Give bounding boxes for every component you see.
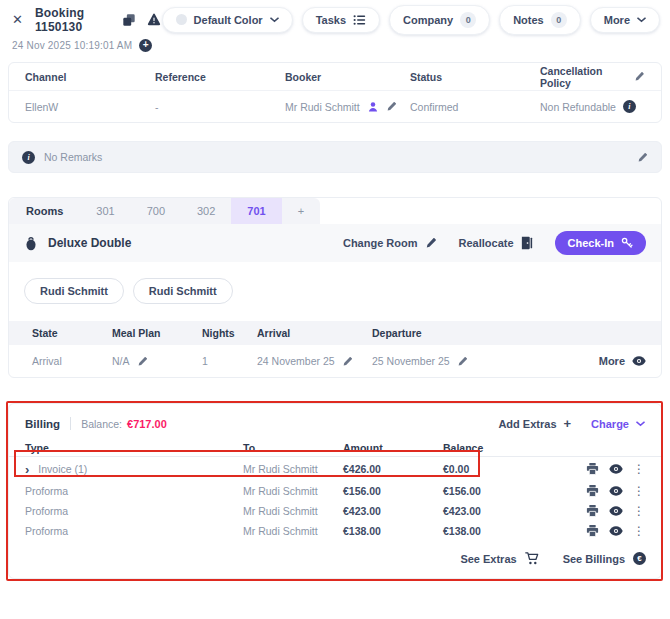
balance-value: €717.00	[127, 418, 167, 430]
reallocate-button[interactable]: Reallocate	[459, 236, 533, 250]
charge-dropdown[interactable]: Charge	[591, 418, 645, 430]
company-count-badge: 0	[460, 12, 476, 28]
col-balance: Balance	[443, 442, 645, 454]
doc-amount: €156.00	[343, 485, 443, 497]
eye-icon[interactable]	[609, 486, 623, 496]
see-billings-button[interactable]: See Billings €	[563, 552, 646, 565]
col-channel: Channel	[25, 71, 155, 83]
doc-type[interactable]: Proforma	[25, 485, 243, 497]
edit-pencil-icon[interactable]	[342, 356, 353, 367]
more-label: More	[599, 355, 625, 367]
col-status: Status	[410, 71, 540, 83]
info-icon[interactable]: i	[623, 100, 636, 113]
col-cancellation: Cancellation Policy	[540, 65, 634, 89]
billing-title: Billing	[25, 418, 60, 430]
room-tab-701-active[interactable]: 701	[231, 198, 281, 224]
booking-datetime: 24 Nov 2025 10:19:01 AM	[12, 40, 132, 51]
doc-to: Mr Rudi Schmitt	[243, 525, 343, 537]
notes-button[interactable]: Notes 0	[499, 5, 581, 35]
col-meal-plan: Meal Plan	[112, 327, 202, 339]
see-extras-button[interactable]: See Extras	[460, 552, 538, 565]
eye-icon[interactable]	[609, 506, 623, 516]
company-label: Company	[403, 14, 453, 26]
change-room-label: Change Room	[343, 237, 418, 249]
default-color-label: Default Color	[194, 14, 263, 26]
reference-value: -	[155, 101, 285, 113]
billing-row-proforma: Proforma Mr Rudi Schmitt €156.00 €156.00…	[9, 481, 661, 501]
warning-icon[interactable]	[146, 12, 162, 27]
billing-header: Billing Balance: €717.00 Add Extras + Ch…	[9, 404, 661, 440]
remarks-bar: i No Remarks	[8, 141, 662, 173]
chevron-down-icon	[270, 17, 279, 23]
more-dropdown[interactable]: More	[590, 7, 660, 33]
room-tab-301[interactable]: 301	[80, 198, 130, 224]
edit-pencil-icon[interactable]	[137, 356, 148, 367]
guest-chip[interactable]: Rudi Schmitt	[24, 278, 124, 304]
guest-profile-icon[interactable]	[367, 101, 379, 113]
guest-chip[interactable]: Rudi Schmitt	[133, 278, 233, 304]
change-room-button[interactable]: Change Room	[343, 237, 437, 249]
rooms-label: Rooms	[9, 198, 80, 224]
info-icon: i	[22, 151, 35, 164]
room-tab-700[interactable]: 700	[131, 198, 181, 224]
task-list-icon	[353, 14, 366, 26]
eye-icon	[632, 356, 646, 366]
kebab-menu-icon[interactable]: ⋮	[633, 526, 645, 536]
cart-icon	[525, 552, 539, 565]
chevron-down-icon	[637, 17, 646, 23]
doc-to: Mr Rudi Schmitt	[243, 463, 343, 475]
more-room-details-button[interactable]: More	[599, 355, 646, 367]
billing-footer: See Extras See Billings €	[9, 541, 661, 573]
col-state: State	[32, 327, 112, 339]
kebab-menu-icon[interactable]: ⋮	[633, 486, 645, 496]
edit-pencil-icon[interactable]	[634, 71, 645, 82]
eye-icon[interactable]	[609, 526, 623, 536]
check-in-button[interactable]: Check-In	[555, 231, 646, 255]
kebab-menu-icon[interactable]: ⋮	[633, 464, 645, 474]
kebab-menu-icon[interactable]: ⋮	[633, 506, 645, 516]
edit-pencil-icon[interactable]	[386, 101, 397, 112]
doc-type[interactable]: Proforma	[25, 525, 243, 537]
check-in-label: Check-In	[568, 237, 614, 249]
doc-type[interactable]: Proforma	[25, 505, 243, 517]
guest-chip-row: Rudi Schmitt Rudi Schmitt	[9, 262, 661, 321]
copy-icon[interactable]	[122, 13, 136, 27]
doc-to: Mr Rudi Schmitt	[243, 485, 343, 497]
print-icon[interactable]	[586, 463, 599, 475]
booker-value[interactable]: Mr Rudi Schmitt	[285, 101, 360, 113]
close-icon[interactable]: ✕	[12, 12, 23, 27]
doc-amount: €138.00	[343, 525, 443, 537]
print-icon[interactable]	[586, 485, 599, 497]
booking-date-row: 24 Nov 2025 10:19:01 AM +	[0, 38, 670, 53]
see-billings-label: See Billings	[563, 553, 625, 565]
divider	[70, 417, 71, 430]
default-color-dropdown[interactable]: Default Color	[162, 7, 293, 33]
billing-card: Billing Balance: €717.00 Add Extras + Ch…	[8, 403, 662, 579]
color-dot-icon	[176, 14, 187, 25]
add-extras-button[interactable]: Add Extras +	[498, 416, 571, 431]
rooms-tab-strip: Rooms 301 700 302 701 +	[9, 198, 320, 224]
eye-icon[interactable]	[609, 464, 623, 474]
doc-amount: €426.00	[343, 463, 443, 475]
edit-pencil-icon	[425, 237, 437, 249]
room-tab-302[interactable]: 302	[181, 198, 231, 224]
print-icon[interactable]	[586, 505, 599, 517]
plus-icon: +	[564, 416, 572, 431]
doc-balance: €138.00	[443, 525, 481, 537]
departure-value: 25 November 25	[372, 355, 450, 367]
doc-to: Mr Rudi Schmitt	[243, 505, 343, 517]
tasks-button[interactable]: Tasks	[302, 7, 380, 33]
edit-pencil-icon[interactable]	[637, 152, 648, 163]
more-label: More	[604, 14, 630, 26]
expand-chevron-icon[interactable]: ›	[25, 462, 29, 477]
room-header: Deluxe Double Change Room Reallocate Che…	[9, 224, 661, 262]
edit-pencil-icon[interactable]	[457, 356, 468, 367]
add-icon[interactable]: +	[139, 39, 152, 52]
meal-plan-value: N/A	[112, 355, 130, 367]
add-room-tab[interactable]: +	[282, 198, 320, 224]
doc-balance: €423.00	[443, 505, 481, 517]
doc-type[interactable]: Invoice (1)	[38, 463, 87, 475]
company-button[interactable]: Company 0	[389, 5, 490, 35]
top-bar: ✕ Booking 1150130 Default Color Tasks Co…	[0, 0, 670, 32]
print-icon[interactable]	[586, 525, 599, 537]
